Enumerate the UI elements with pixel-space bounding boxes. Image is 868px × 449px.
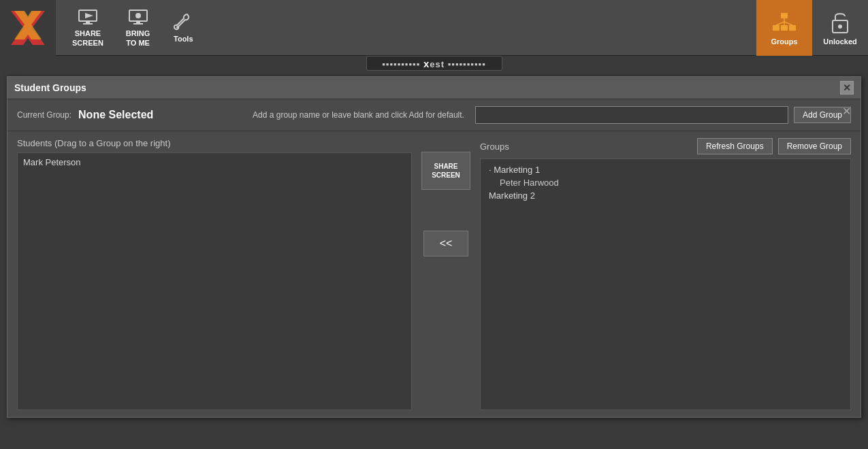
share-screen-button[interactable]: SHARE SCREEN (63, 2, 113, 52)
middle-share-screen-label: SHARE SCREEN (432, 162, 460, 180)
svg-rect-11 (781, 13, 788, 18)
move-left-label: << (440, 237, 453, 250)
svg-line-16 (776, 22, 784, 25)
svg-line-17 (784, 22, 792, 25)
bring-to-me-label: BRING TO ME (126, 29, 150, 47)
bring-to-me-button[interactable]: BRING TO ME (116, 2, 159, 52)
groups-actions: Refresh Groups Remove Group (697, 138, 851, 154)
dialog-title-bar: Student Groups ✕ (7, 77, 861, 99)
toolbar-buttons: SHARE SCREEN BRING TO ME Tools (56, 2, 756, 52)
students-list: Mark Peterson (17, 152, 412, 410)
share-screen-icon (78, 7, 97, 27)
move-left-button[interactable]: << (423, 231, 468, 256)
bring-to-me-icon (129, 7, 148, 27)
svg-rect-13 (781, 25, 788, 31)
share-screen-label: SHARE SCREEN (72, 29, 103, 47)
svg-rect-7 (136, 21, 140, 23)
students-section: Students (Drag to a Group on the right) … (17, 138, 412, 410)
unlocked-label: Unlocked (823, 37, 857, 46)
svg-point-10 (176, 26, 179, 29)
svg-rect-3 (86, 21, 90, 23)
tools-button[interactable]: Tools (163, 7, 204, 48)
svg-rect-4 (83, 23, 93, 24)
tools-label: Tools (174, 35, 193, 43)
group-name-input[interactable] (475, 106, 788, 124)
current-group-value: None Selected (78, 109, 174, 121)
middle-share-screen-button[interactable]: SHARE SCREEN (421, 152, 470, 190)
dialog-close-button[interactable]: ✕ (840, 81, 854, 95)
groups-icon (772, 10, 797, 35)
refresh-groups-button[interactable]: Refresh Groups (697, 138, 773, 154)
list-item[interactable]: Peter Harwood (486, 176, 845, 189)
remove-group-button[interactable]: Remove Group (778, 138, 851, 154)
groups-label: Groups (771, 37, 797, 46)
xest-text: ▪▪▪▪▪▪▪▪▪▪ xest ▪▪▪▪▪▪▪▪▪▪ (382, 58, 486, 69)
xest-bar: ▪▪▪▪▪▪▪▪▪▪ xest ▪▪▪▪▪▪▪▪▪▪ (366, 56, 502, 71)
current-group-label: Current Group: (17, 110, 71, 120)
svg-point-9 (135, 13, 141, 18)
student-item[interactable]: Mark Peterson (20, 156, 408, 169)
dialog-title: Student Groups (14, 82, 86, 93)
toolbar-right: Groups Unlocked (756, 0, 868, 56)
svg-point-19 (838, 24, 842, 29)
students-section-header: Students (Drag to a Group on the right) (17, 138, 412, 148)
svg-rect-12 (773, 25, 779, 31)
group-input-area: Add a group name or leave blank and clic… (253, 106, 851, 124)
groups-button[interactable]: Groups (756, 0, 812, 56)
list-item[interactable]: Marketing 2 (486, 189, 845, 202)
groups-section-header: Groups Refresh Groups Remove Group (480, 138, 851, 154)
middle-controls: SHARE SCREEN << (419, 138, 473, 410)
tools-icon (174, 13, 193, 32)
current-group-row: Current Group: None Selected Add a group… (7, 99, 861, 131)
logo-area (0, 0, 56, 56)
student-groups-dialog: Student Groups ✕ Current Group: None Sel… (7, 76, 861, 418)
logo-icon (11, 11, 45, 45)
unlocked-button[interactable]: Unlocked (812, 0, 868, 56)
content-area: Students (Drag to a Group on the right) … (7, 131, 861, 417)
group-hint: Add a group name or leave blank and clic… (253, 110, 464, 120)
lock-icon (828, 10, 852, 35)
svg-rect-14 (789, 25, 796, 31)
groups-list: · Marketing 1 Peter Harwood Marketing 2 (480, 159, 851, 410)
toolbar: SHARE SCREEN BRING TO ME Tools (0, 0, 868, 56)
svg-rect-8 (133, 23, 143, 24)
groups-section: Groups Refresh Groups Remove Group · Mar… (480, 138, 851, 410)
list-item[interactable]: · Marketing 1 (486, 163, 845, 176)
svg-marker-5 (85, 13, 93, 18)
row-close-button[interactable]: ✕ (842, 105, 851, 118)
groups-section-label: Groups (480, 142, 509, 152)
